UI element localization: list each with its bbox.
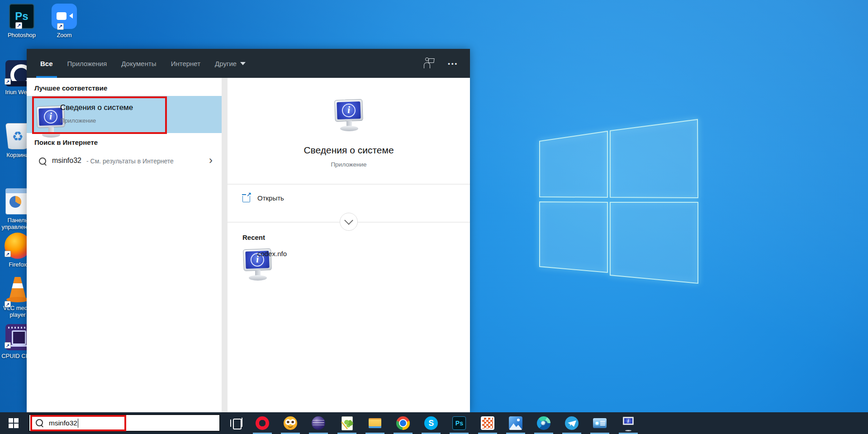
task-view-icon xyxy=(230,419,243,428)
more-options-icon[interactable]: ••• xyxy=(448,60,458,67)
edge-icon xyxy=(537,416,550,430)
shortcut-arrow-icon: ↗ xyxy=(5,301,11,307)
detail-subtitle: Приложение xyxy=(228,161,470,168)
recent-item-codex-nfo[interactable]: codex.nfo xyxy=(228,246,470,264)
file-explorer-icon xyxy=(368,416,382,430)
taskbar: msinfo32 SPs ENG 21:00 24.11.2020 13 xyxy=(0,412,868,434)
feedback-bubble-icon xyxy=(428,58,435,63)
web-search-header: Поиск в Интернете xyxy=(34,138,98,146)
taskbar-eclipse-button[interactable] xyxy=(308,412,329,434)
taskbar-photoshop-button[interactable]: Ps xyxy=(448,412,470,434)
grid-app-icon xyxy=(481,416,494,430)
taskbar-opera-button[interactable] xyxy=(251,412,273,434)
shortcut-arrow-icon: ↗ xyxy=(57,23,64,30)
search-icon xyxy=(35,419,44,428)
taskbar-file-explorer-button[interactable] xyxy=(364,412,386,434)
search-input-value: msinfo32 xyxy=(49,419,77,427)
tab-web[interactable]: Интернет xyxy=(171,49,200,78)
windows-logo-wallpaper xyxy=(525,109,715,299)
taskbar-edge-button[interactable] xyxy=(533,412,555,434)
taskbar-chrome-button[interactable] xyxy=(392,412,414,434)
notepad-plus-plus-icon xyxy=(340,416,354,430)
vlc-icon xyxy=(5,276,30,302)
feedback-icon[interactable] xyxy=(423,58,434,68)
start-search-flyout: ВсеПриложенияДокументыИнтернетДругие •••… xyxy=(27,49,470,412)
cpanel-icon xyxy=(5,188,30,215)
search-results-column: Лучшее соответствие Сведения о системе П… xyxy=(27,78,222,412)
taskbar-skype-button[interactable]: S xyxy=(420,412,442,434)
taskbar-task-view-button[interactable] xyxy=(226,412,247,434)
telegram-icon xyxy=(565,416,579,430)
recent-header: Recent xyxy=(242,234,265,241)
taskbar-grid-app-button[interactable] xyxy=(477,412,498,434)
windows-desktop: Ps ↗ Photoshop ↗ Zoom Iriun Web ↗ ♻ Корз… xyxy=(0,0,868,434)
chevron-right-icon[interactable]: › xyxy=(209,154,213,167)
tab-all[interactable]: Все xyxy=(40,49,53,78)
system-information-icon xyxy=(621,416,635,430)
best-match-result-system-info[interactable]: Сведения о системе Приложение xyxy=(27,96,222,133)
start-button[interactable] xyxy=(0,412,27,434)
result-detail-column: Сведения о системе Приложение Открыть Re… xyxy=(228,78,470,412)
taskbar-telegram-button[interactable] xyxy=(561,412,583,434)
search-tab-bar: ВсеПриложенияДокументыИнтернетДругие ••• xyxy=(27,49,470,78)
taskbar-smiley-app-button[interactable] xyxy=(280,412,301,434)
best-match-subtitle: Приложение xyxy=(60,117,96,124)
expand-chevron-down-icon[interactable] xyxy=(340,213,358,231)
web-search-hint: - См. результаты в Интернете xyxy=(86,157,174,165)
chrome-icon xyxy=(396,416,410,430)
tab-more[interactable]: Другие xyxy=(215,49,246,78)
desktop-icon-label: Zoom xyxy=(43,32,86,38)
taskbar-system-card-app-button[interactable] xyxy=(589,412,611,434)
shortcut-arrow-icon: ↗ xyxy=(5,78,11,85)
photoshop-icon: Ps xyxy=(452,416,466,430)
search-icon xyxy=(38,157,47,166)
recent-item-label: codex.nfo xyxy=(257,250,287,258)
taskbar-search-input[interactable]: msinfo32 xyxy=(28,414,220,432)
taskbar-notepad-plus-plus-button[interactable] xyxy=(336,412,358,434)
windows-logo-icon xyxy=(9,418,19,428)
dropdown-triangle-icon xyxy=(240,62,246,65)
open-action[interactable]: Открыть xyxy=(228,192,470,213)
smiley-app-icon xyxy=(284,416,297,430)
best-match-title: Сведения о системе xyxy=(60,103,133,112)
opera-icon xyxy=(256,416,269,430)
shortcut-arrow-icon: ↗ xyxy=(5,251,11,257)
tab-documents[interactable]: Документы xyxy=(121,49,156,78)
divider xyxy=(228,184,470,185)
text-caret xyxy=(78,419,79,428)
tab-apps[interactable]: Приложения xyxy=(67,49,107,78)
open-label: Открыть xyxy=(257,194,284,202)
eclipse-icon xyxy=(312,416,325,430)
skype-icon: S xyxy=(424,416,438,430)
taskbar-photos-button[interactable] xyxy=(505,412,526,434)
detail-title: Сведения о системе xyxy=(228,145,470,156)
photos-icon xyxy=(509,416,522,430)
column-divider xyxy=(222,78,228,412)
shortcut-arrow-icon: ↗ xyxy=(5,342,11,348)
system-card-app-icon xyxy=(593,418,607,428)
desktop-icon-zoom[interactable]: ↗ Zoom xyxy=(43,4,86,38)
zoom-icon: ↗ xyxy=(52,4,77,29)
web-search-result[interactable]: msinfo32 - См. результаты в Интернете › xyxy=(27,151,222,173)
taskbar-system-information-button[interactable] xyxy=(617,412,639,434)
recycle-icon: ♻ xyxy=(5,123,30,149)
best-match-header: Лучшее соответствие xyxy=(34,84,107,92)
web-search-query: msinfo32 xyxy=(52,157,81,165)
open-in-window-icon xyxy=(242,196,250,202)
